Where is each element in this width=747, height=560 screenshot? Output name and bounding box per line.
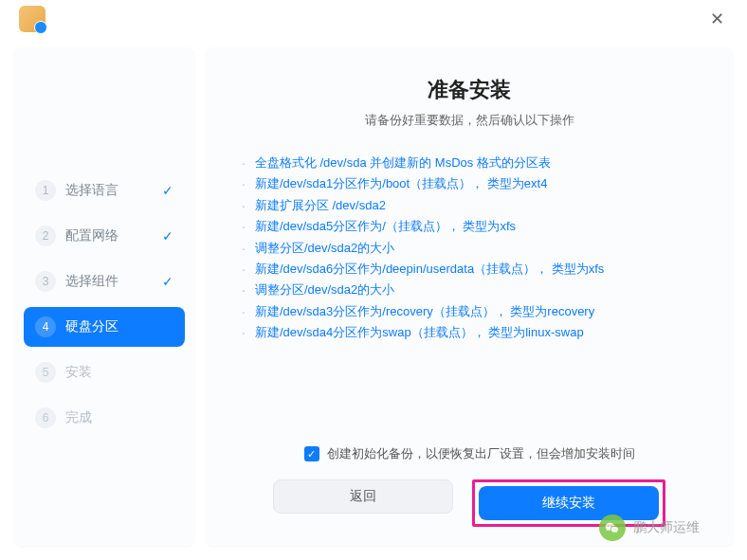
step-label: 选择组件 — [65, 273, 118, 290]
step-label: 安装 — [65, 364, 92, 381]
bullet-icon: · — [242, 216, 246, 237]
step-label: 选择语言 — [65, 182, 118, 199]
check-icon: ✓ — [162, 228, 173, 244]
operation-text: 新建/dev/sda5分区作为/（挂载点）， 类型为xfs — [255, 216, 516, 237]
bullet-icon: · — [242, 259, 246, 280]
operation-text: 新建扩展分区 /dev/sda2 — [255, 195, 386, 216]
step-3[interactable]: 3选择组件✓ — [24, 262, 185, 301]
operation-item: ·新建/dev/sda5分区作为/（挂载点）， 类型为xfs — [234, 216, 704, 237]
bullet-icon: · — [242, 280, 246, 300]
operation-text: 新建/dev/sda6分区作为/deepin/userdata（挂载点）， 类型… — [255, 259, 604, 280]
step-6[interactable]: 6完成 — [24, 398, 185, 438]
wizard-sidebar: 1选择语言✓2配置网络✓3选择组件✓4硬盘分区5安装6完成 — [14, 47, 194, 546]
operation-item: ·调整分区/dev/sda2的大小 — [234, 280, 704, 300]
operation-text: 新建/dev/sda1分区作为/boot（挂载点）， 类型为ext4 — [255, 173, 547, 194]
continue-button[interactable]: 继续安装 — [479, 486, 659, 520]
operation-text: 新建/dev/sda4分区作为swap（挂载点）， 类型为linux-swap — [255, 322, 584, 343]
operation-text: 全盘格式化 /dev/sda 并创建新的 MsDos 格式的分区表 — [255, 153, 551, 173]
page-title: 准备安装 — [234, 76, 704, 104]
check-icon: ✓ — [162, 183, 173, 198]
operation-text: 新建/dev/sda3分区作为/recovery（挂载点）， 类型为recove… — [255, 301, 594, 322]
bullet-icon: · — [242, 322, 246, 343]
step-5[interactable]: 5安装 — [24, 352, 185, 392]
operation-item: ·新建/dev/sda6分区作为/deepin/userdata（挂载点）， 类… — [234, 259, 704, 280]
bullet-icon: · — [242, 301, 246, 322]
step-2[interactable]: 2配置网络✓ — [24, 216, 185, 256]
step-label: 硬盘分区 — [65, 318, 118, 335]
app-logo-icon — [19, 6, 46, 32]
operation-item: ·新建/dev/sda1分区作为/boot（挂载点）， 类型为ext4 — [234, 173, 704, 194]
operation-item: ·新建/dev/sda3分区作为/recovery（挂载点）， 类型为recov… — [234, 301, 704, 322]
step-label: 完成 — [65, 409, 92, 426]
step-number: 5 — [35, 362, 56, 383]
highlight-box: 继续安装 — [472, 479, 665, 527]
operation-text: 调整分区/dev/sda2的大小 — [255, 280, 394, 300]
bullet-icon: · — [242, 153, 246, 173]
bullet-icon: · — [242, 238, 246, 259]
bullet-icon: · — [242, 195, 246, 216]
step-number: 4 — [35, 316, 56, 337]
operations-list: ·全盘格式化 /dev/sda 并创建新的 MsDos 格式的分区表·新建/de… — [234, 153, 704, 445]
content-panel: 准备安装 请备份好重要数据，然后确认以下操作 ·全盘格式化 /dev/sda 并… — [206, 47, 733, 546]
operation-item: ·调整分区/dev/sda2的大小 — [234, 238, 704, 259]
page-subtitle: 请备份好重要数据，然后确认以下操作 — [234, 112, 704, 129]
bullet-icon: · — [242, 173, 246, 194]
operation-item: ·全盘格式化 /dev/sda 并创建新的 MsDos 格式的分区表 — [234, 153, 704, 173]
operation-item: ·新建/dev/sda4分区作为swap（挂载点）， 类型为linux-swap — [234, 322, 704, 343]
step-number: 6 — [35, 407, 56, 428]
backup-checkbox-row[interactable]: ✓ 创建初始化备份，以便恢复出厂设置，但会增加安装时间 — [234, 445, 704, 462]
step-1[interactable]: 1选择语言✓ — [24, 171, 185, 210]
checkbox-icon[interactable]: ✓ — [304, 446, 319, 461]
step-number: 2 — [35, 226, 56, 246]
step-label: 配置网络 — [65, 227, 118, 244]
checkbox-label: 创建初始化备份，以便恢复出厂设置，但会增加安装时间 — [327, 445, 635, 462]
back-button[interactable]: 返回 — [273, 479, 453, 514]
close-button[interactable]: ✕ — [706, 5, 728, 33]
check-icon: ✓ — [162, 274, 173, 289]
step-4[interactable]: 4硬盘分区 — [24, 307, 185, 347]
step-number: 3 — [35, 271, 56, 292]
operation-text: 调整分区/dev/sda2的大小 — [255, 238, 394, 259]
step-number: 1 — [35, 180, 56, 201]
operation-item: ·新建扩展分区 /dev/sda2 — [234, 195, 704, 216]
